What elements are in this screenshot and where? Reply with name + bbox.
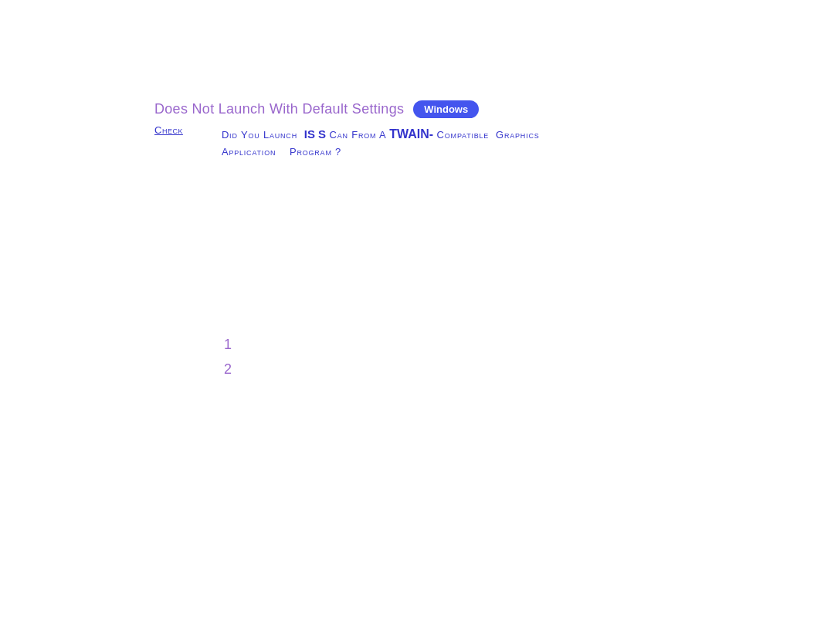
- title-row: Does Not Launch With Default Settings Wi…: [154, 100, 540, 118]
- windows-badge[interactable]: Windows: [413, 100, 479, 118]
- number-1: 1: [224, 332, 232, 357]
- page-title: Does Not Launch With Default Settings: [154, 101, 404, 117]
- check-description: Did You Launch IS S Can From A TWAIN- Co…: [222, 124, 540, 160]
- main-content: Does Not Launch With Default Settings Wi…: [154, 100, 540, 160]
- description-text-line2: Application Program ?: [222, 146, 341, 158]
- description-text-line1: Did You Launch IS S Can From A TWAIN- Co…: [222, 129, 540, 141]
- check-row: Check Did You Launch IS S Can From A TWA…: [154, 124, 540, 160]
- check-link[interactable]: Check: [154, 124, 183, 136]
- number-2: 2: [224, 357, 232, 381]
- numbers-section: 1 2: [224, 332, 232, 382]
